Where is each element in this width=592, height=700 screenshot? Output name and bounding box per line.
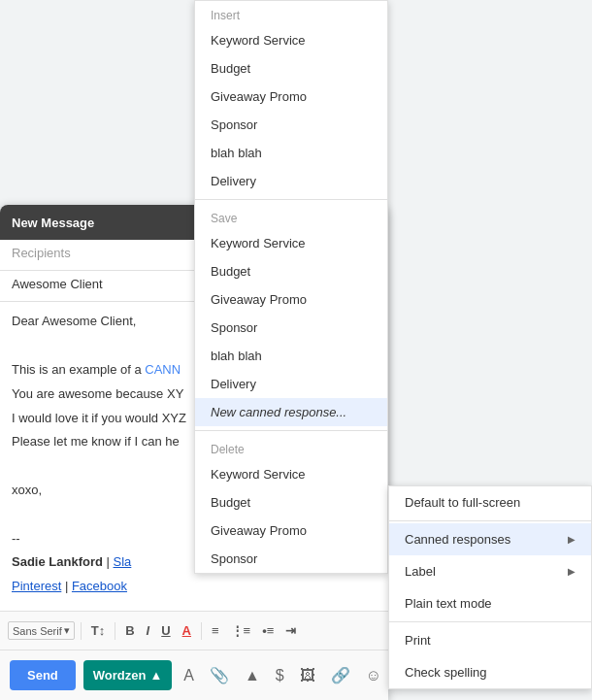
- italic-btn[interactable]: I: [143, 621, 154, 640]
- label-arrow: ▶: [568, 566, 576, 577]
- context-canned-responses-label: Canned responses: [405, 532, 510, 547]
- indent-btn[interactable]: ⇥: [281, 621, 300, 640]
- compose-actions: Send Wordzen ▲ A 📎 ▲ $ 🖼 🔗 ☺ 🗑 ⋮: [0, 650, 388, 700]
- font-name: Sans Serif: [13, 625, 62, 637]
- context-canned-responses[interactable]: Canned responses ▶: [389, 523, 591, 555]
- context-menu: Default to full-screen Canned responses …: [388, 485, 592, 689]
- font-selector[interactable]: Sans Serif ▾: [8, 621, 75, 640]
- underline-btn[interactable]: U: [157, 621, 174, 640]
- save-giveaway-promo[interactable]: Giveaway Promo: [195, 285, 387, 314]
- drive-icon[interactable]: ▲: [241, 663, 264, 688]
- context-full-screen-label: Default to full-screen: [405, 495, 520, 510]
- context-plain-text-label: Plain text mode: [405, 596, 492, 611]
- context-print[interactable]: Print: [389, 624, 591, 656]
- font-dropdown-icon: ▾: [64, 624, 70, 637]
- insert-keyword-service[interactable]: Keyword Service: [195, 26, 387, 54]
- delete-budget[interactable]: Budget: [195, 488, 387, 517]
- menu-divider-2: [195, 430, 387, 431]
- toolbar-separator-1: [81, 622, 82, 640]
- recipients-placeholder: Recipients: [12, 246, 71, 260]
- body-line-12: Pinterest | Facebook: [12, 577, 377, 597]
- attach-icon[interactable]: 📎: [206, 662, 233, 688]
- context-divider-2: [389, 621, 591, 622]
- insert-giveaway-promo[interactable]: Giveaway Promo: [195, 83, 387, 111]
- delete-section-label: Delete: [195, 435, 387, 460]
- save-sponsor[interactable]: Sponsor: [195, 314, 387, 342]
- format-icon[interactable]: A: [180, 663, 198, 688]
- insert-section-label: Insert: [195, 1, 387, 26]
- text-color-btn[interactable]: A: [179, 621, 195, 640]
- compose-toolbar: Sans Serif ▾ T↕ B I U A ≡ ⋮≡ •≡ ⇥: [0, 611, 388, 650]
- context-plain-text[interactable]: Plain text mode: [389, 587, 591, 619]
- delete-sponsor[interactable]: Sponsor: [195, 545, 387, 573]
- context-label-text: Label: [405, 564, 436, 579]
- canned-responses-menu: Insert Keyword Service Budget Giveaway P…: [194, 0, 388, 574]
- context-label[interactable]: Label ▶: [389, 555, 591, 587]
- delete-giveaway-promo[interactable]: Giveaway Promo: [195, 517, 387, 545]
- wordzen-button[interactable]: Wordzen ▲: [83, 660, 173, 690]
- image-icon[interactable]: 🖼: [296, 663, 319, 688]
- bold-btn[interactable]: B: [121, 621, 138, 640]
- toolbar-separator-3: [201, 622, 202, 640]
- delete-keyword-service[interactable]: Keyword Service: [195, 460, 387, 488]
- bulleted-list-btn[interactable]: •≡: [258, 621, 278, 640]
- wordzen-icon: ▲: [149, 668, 162, 683]
- menu-divider-1: [195, 199, 387, 200]
- numbered-list-btn[interactable]: ⋮≡: [227, 621, 255, 640]
- send-button[interactable]: Send: [10, 660, 76, 690]
- save-delivery[interactable]: Delivery: [195, 370, 387, 398]
- insert-blah-blah[interactable]: blah blah: [195, 139, 387, 167]
- save-section-label: Save: [195, 204, 387, 229]
- link-icon[interactable]: 🔗: [327, 662, 354, 688]
- context-check-spelling[interactable]: Check spelling: [389, 656, 591, 688]
- context-full-screen[interactable]: Default to full-screen: [389, 486, 591, 518]
- font-size-btn[interactable]: T↕: [87, 621, 109, 640]
- toolbar-separator-2: [115, 622, 115, 640]
- canned-responses-arrow: ▶: [568, 534, 576, 545]
- emoji-icon[interactable]: ☺: [362, 663, 385, 688]
- dollar-icon[interactable]: $: [272, 663, 288, 688]
- align-btn[interactable]: ≡: [208, 621, 223, 640]
- compose-title: New Message: [12, 216, 94, 230]
- new-canned-response[interactable]: New canned response...: [195, 398, 387, 426]
- insert-delivery[interactable]: Delivery: [195, 167, 387, 195]
- context-print-label: Print: [405, 633, 431, 648]
- save-blah-blah[interactable]: blah blah: [195, 342, 387, 370]
- context-divider-1: [389, 520, 591, 521]
- wordzen-label: Wordzen: [93, 668, 147, 683]
- save-keyword-service[interactable]: Keyword Service: [195, 229, 387, 257]
- save-budget[interactable]: Budget: [195, 257, 387, 285]
- insert-sponsor[interactable]: Sponsor: [195, 111, 387, 139]
- context-check-spelling-label: Check spelling: [405, 665, 487, 680]
- insert-budget[interactable]: Budget: [195, 54, 387, 83]
- to-value: Awesome Client: [12, 277, 103, 291]
